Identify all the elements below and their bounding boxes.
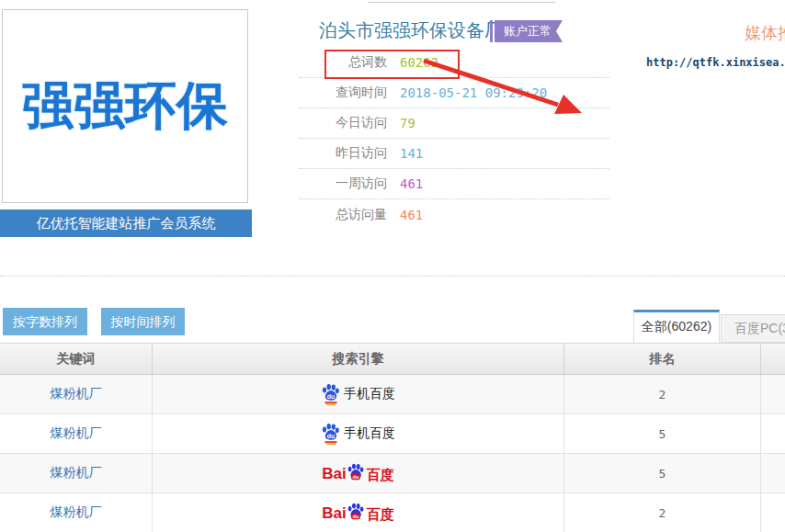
stat-row-query-time: 查询时间 2018-05-21 09:29:20 (299, 78, 609, 108)
baidu-paw-icon: du (321, 383, 340, 405)
engine-cell: du 手机百度 (321, 423, 395, 445)
stat-row-yesterday-visits: 昨日访问 141 (299, 139, 609, 169)
tab-baidu-pc[interactable]: 百度PC(30 (721, 314, 785, 343)
tab-all-keywords[interactable]: 全部(60262) (633, 310, 720, 343)
stat-value-yesterday-visits: 141 (400, 146, 423, 161)
stat-label: 一周访问 (299, 175, 387, 192)
engine-name: 百度 (367, 505, 394, 523)
engine-name: 手机百度 (344, 425, 395, 442)
baidu-paw-icon: du (347, 463, 365, 483)
column-header-keyword: 关键词 (0, 344, 153, 374)
keyword-table: 关键词 搜索引擎 排名 煤粉机厂 du (0, 343, 785, 532)
stat-label: 今日访问 (299, 115, 387, 131)
rank-value: 2 (659, 388, 666, 402)
baidu-logo: Bai du 百度 (322, 463, 393, 483)
keyword-link[interactable]: 煤粉机厂 (51, 386, 102, 402)
rank-value: 2 (659, 506, 666, 520)
sort-by-words-button[interactable]: 按字数排列 (3, 308, 87, 335)
stat-row-total-visits: 总访问量 461 (299, 199, 609, 230)
rank-value: 5 (659, 467, 666, 481)
baidu-logo: Bai du 百度 (322, 503, 393, 523)
table-row: 煤粉机厂 Bai du 百度 (0, 454, 785, 493)
baidu-paw-icon: du (347, 503, 365, 523)
stat-label: 总访问量 (299, 207, 387, 223)
stat-row-today-visits: 今日访问 79 (299, 108, 609, 139)
stat-value-query-time: 2018-05-21 09:29:20 (400, 85, 547, 100)
company-logo-text: 强强环保 (22, 72, 228, 141)
table-row: 煤粉机厂 du 手机百度 (0, 414, 785, 454)
baidu-paw-icon: du (321, 423, 340, 445)
svg-text:du: du (352, 474, 358, 480)
keyword-link[interactable]: 煤粉机厂 (51, 465, 102, 481)
svg-text:du: du (352, 514, 358, 519)
member-system-bar: 亿优托智能建站推广会员系统 (0, 209, 252, 237)
baidu-logo-bai: Bai (322, 504, 346, 523)
section-divider (0, 276, 785, 277)
top-divider-line (368, 2, 555, 3)
table-row: 煤粉机厂 Bai du 百度 (0, 493, 785, 532)
stat-value-today-visits: 79 (400, 116, 415, 130)
rank-value: 5 (659, 427, 666, 441)
table-header-row: 关键词 搜索引擎 排名 (0, 343, 785, 375)
stat-label: 昨日访问 (299, 145, 387, 162)
column-header-engine: 搜索引擎 (153, 344, 564, 374)
column-header-rank: 排名 (564, 344, 761, 374)
company-logo: 强强环保 (2, 9, 248, 203)
account-status-badge: 账户正常 (495, 20, 563, 42)
sort-by-time-button[interactable]: 按时间排列 (101, 308, 185, 335)
engine-name: 手机百度 (344, 386, 395, 402)
stat-row-week-visits: 一周访问 461 (299, 169, 609, 199)
table-row: 煤粉机厂 du 手机百度 (0, 375, 785, 414)
column-header-extra (761, 344, 785, 374)
svg-text:du: du (327, 433, 336, 439)
keyword-link[interactable]: 煤粉机厂 (51, 425, 102, 442)
screen: 强强环保 亿优托智能建站推广会员系统 泊头市强强环保设备厂 账户正常 总词数 6… (0, 0, 785, 532)
baidu-logo-bai: Bai (322, 465, 346, 483)
svg-text:du: du (327, 393, 336, 400)
media-panel-title: 媒体推 (745, 22, 785, 44)
company-name-title: 泊头市强强环保设备厂 (319, 18, 503, 43)
engine-cell: du 手机百度 (321, 383, 395, 405)
red-highlight-box (324, 50, 460, 79)
stat-value-total-visits: 461 (400, 208, 423, 222)
engine-name: 百度 (367, 466, 394, 483)
stat-value-week-visits: 461 (400, 176, 423, 191)
stat-label: 查询时间 (299, 85, 387, 101)
keyword-link[interactable]: 煤粉机厂 (51, 504, 102, 521)
site-url-link[interactable]: http://qtfk.xinxisea. (646, 56, 785, 69)
